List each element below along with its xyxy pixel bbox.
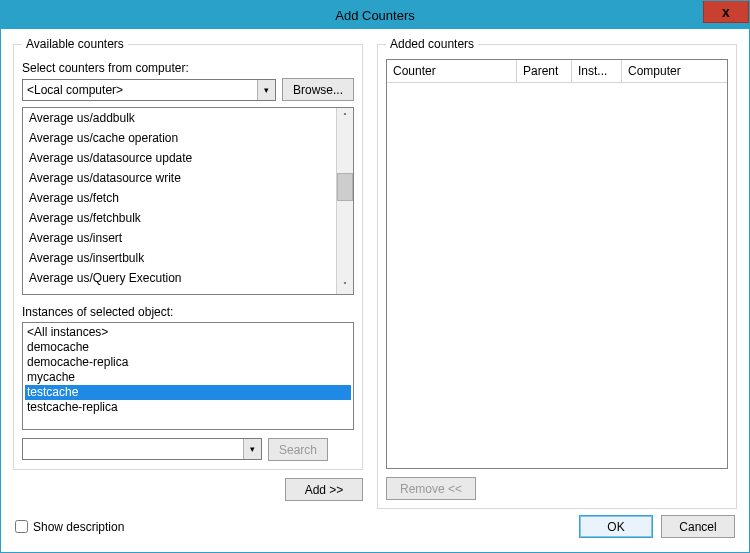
counters-listbox[interactable]: Average us/addbulkAverage us/cache opera… xyxy=(22,107,354,295)
list-item[interactable]: Average us/fetchbulk xyxy=(23,208,336,228)
added-counters-table: Counter Parent Inst... Computer xyxy=(386,59,728,469)
col-counter[interactable]: Counter xyxy=(387,60,517,82)
scroll-thumb[interactable] xyxy=(337,173,353,201)
list-item[interactable]: democache-replica xyxy=(25,355,351,370)
list-item[interactable]: Average us/insertbulk xyxy=(23,248,336,268)
list-item[interactable]: <All instances> xyxy=(25,325,351,340)
chevron-down-icon[interactable]: ▾ xyxy=(257,80,275,100)
search-input[interactable] xyxy=(22,438,262,460)
added-counters-legend: Added counters xyxy=(386,37,478,51)
scroll-down-icon[interactable]: ˅ xyxy=(337,277,353,294)
dialog-footer: Show description OK Cancel xyxy=(1,515,749,548)
list-item[interactable]: democache xyxy=(25,340,351,355)
show-description-input[interactable] xyxy=(15,520,28,533)
close-icon: x xyxy=(722,4,730,20)
scroll-up-icon[interactable]: ˄ xyxy=(337,108,353,125)
close-button[interactable]: x xyxy=(703,1,749,23)
list-item[interactable]: Average us/addbulk xyxy=(23,108,336,128)
search-button[interactable]: Search xyxy=(268,438,328,461)
table-header: Counter Parent Inst... Computer xyxy=(387,60,727,83)
list-item[interactable]: Average us/insert xyxy=(23,228,336,248)
col-parent[interactable]: Parent xyxy=(517,60,572,82)
list-item[interactable]: mycache xyxy=(25,370,351,385)
available-counters-group: Available counters Select counters from … xyxy=(13,37,363,470)
remove-button[interactable]: Remove << xyxy=(386,477,476,500)
cancel-button[interactable]: Cancel xyxy=(661,515,735,538)
added-counters-column: Added counters Counter Parent Inst... Co… xyxy=(377,37,737,509)
scrollbar[interactable]: ˄ ˅ xyxy=(336,108,353,294)
col-inst[interactable]: Inst... xyxy=(572,60,622,82)
computer-combo[interactable]: ▾ xyxy=(22,79,276,101)
instances-label: Instances of selected object: xyxy=(22,305,354,319)
browse-button[interactable]: Browse... xyxy=(282,78,354,101)
instances-listbox[interactable]: <All instances>democachedemocache-replic… xyxy=(22,322,354,430)
list-item[interactable]: Average us/cache operation xyxy=(23,128,336,148)
list-item[interactable]: testcache-replica xyxy=(25,400,351,415)
dialog-content: Available counters Select counters from … xyxy=(1,29,749,515)
title-bar: Add Counters x xyxy=(1,1,749,29)
col-computer[interactable]: Computer xyxy=(622,60,727,82)
show-description-checkbox[interactable]: Show description xyxy=(15,520,124,534)
list-item[interactable]: Average us/fetch xyxy=(23,188,336,208)
added-counters-group: Added counters Counter Parent Inst... Co… xyxy=(377,37,737,509)
ok-button[interactable]: OK xyxy=(579,515,653,538)
available-counters-column: Available counters Select counters from … xyxy=(13,37,363,509)
add-button[interactable]: Add >> xyxy=(285,478,363,501)
select-computer-label: Select counters from computer: xyxy=(22,61,354,75)
list-item[interactable]: testcache xyxy=(25,385,351,400)
list-item[interactable]: Average us/datasource write xyxy=(23,168,336,188)
show-description-label: Show description xyxy=(33,520,124,534)
computer-input[interactable] xyxy=(22,79,276,101)
list-item[interactable]: Average us/Query Execution xyxy=(23,268,336,288)
chevron-down-icon[interactable]: ▾ xyxy=(243,439,261,459)
table-body xyxy=(387,83,727,468)
list-item[interactable]: Average us/datasource update xyxy=(23,148,336,168)
window-title: Add Counters xyxy=(1,8,749,23)
available-counters-legend: Available counters xyxy=(22,37,128,51)
search-combo[interactable]: ▾ xyxy=(22,438,262,461)
